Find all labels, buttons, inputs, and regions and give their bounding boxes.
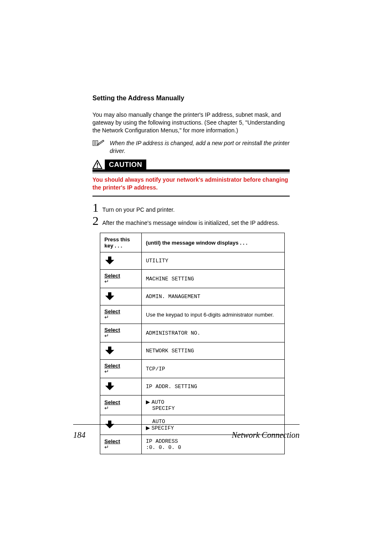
svg-marker-8 — [105, 292, 114, 300]
display-message: UTILITY — [142, 252, 285, 270]
svg-point-6 — [97, 166, 98, 168]
step-number: 2 — [92, 215, 101, 227]
note-block: When the IP address is changed, add a ne… — [92, 139, 290, 155]
footer-rule — [73, 424, 300, 425]
select-key-icon: Select ↵ — [100, 324, 142, 342]
display-message: IP ADDR. SETTING — [142, 378, 285, 395]
page-footer: 184 Network Connection — [73, 421, 300, 440]
step-2: 2 After the machine's message window is … — [92, 215, 290, 227]
select-key-icon: Select ↵ — [100, 305, 142, 324]
display-message: ▶ AUTO SPECIFY — [142, 395, 285, 415]
table-header-msg: (until) the message window displays . . … — [142, 233, 285, 252]
step-text: After the machine's message window is in… — [102, 220, 279, 226]
warning-triangle-icon — [92, 160, 102, 171]
table-row: UTILITY — [100, 252, 285, 270]
divider — [92, 196, 290, 197]
display-message: ADMIN. MANAGEMENT — [142, 288, 285, 305]
table-row: Select ↵ ▶ AUTO SPECIFY — [100, 395, 285, 415]
svg-marker-10 — [105, 382, 114, 390]
table-row: ADMIN. MANAGEMENT — [100, 288, 285, 305]
display-message: ADMINISTRATOR NO. — [142, 324, 285, 342]
section-heading: Setting the Address Manually — [92, 95, 290, 102]
step-text: Turn on your PC and printer. — [102, 206, 175, 213]
display-message: MACHINE SETTING — [142, 270, 285, 288]
table-row: Select ↵ TCP/IP — [100, 360, 285, 378]
table-row: NETWORK SETTING — [100, 342, 285, 360]
svg-marker-7 — [105, 257, 114, 264]
note-text: When the IP address is changed, add a ne… — [110, 139, 290, 155]
display-message: TCP/IP — [142, 360, 285, 378]
down-key-icon — [100, 252, 142, 270]
table-row: IP ADDR. SETTING — [100, 378, 285, 395]
table-header-key: Press this key . . . — [100, 233, 142, 252]
step-1: 1 Turn on your PC and printer. — [92, 201, 290, 214]
caution-text: You should always notify your network's … — [92, 176, 290, 192]
down-key-icon — [100, 378, 142, 395]
select-key-icon: Select ↵ — [100, 270, 142, 288]
cursor-arrow-icon: ▶ — [146, 399, 152, 405]
caution-label: CAUTION — [105, 160, 146, 171]
page-number: 184 — [73, 430, 85, 440]
caution-heading: CAUTION — [92, 160, 290, 173]
svg-marker-9 — [105, 347, 114, 354]
footer-section-title: Network Connection — [232, 430, 300, 440]
table-row: Select ↵ ADMINISTRATOR NO. — [100, 324, 285, 342]
select-key-icon: Select ↵ — [100, 395, 142, 415]
display-message: Use the keypad to input 6-digits adminis… — [142, 305, 285, 324]
down-key-icon — [100, 288, 142, 305]
table-row: Select ↵ Use the keypad to input 6-digit… — [100, 305, 285, 324]
display-message: NETWORK SETTING — [142, 342, 285, 360]
intro-paragraph: You may also manually change the printer… — [92, 111, 290, 134]
step-number: 1 — [92, 201, 101, 214]
select-key-icon: Select ↵ — [100, 360, 142, 378]
table-row: Select ↵ MACHINE SETTING — [100, 270, 285, 288]
down-key-icon — [100, 342, 142, 360]
note-pen-icon — [92, 139, 105, 148]
